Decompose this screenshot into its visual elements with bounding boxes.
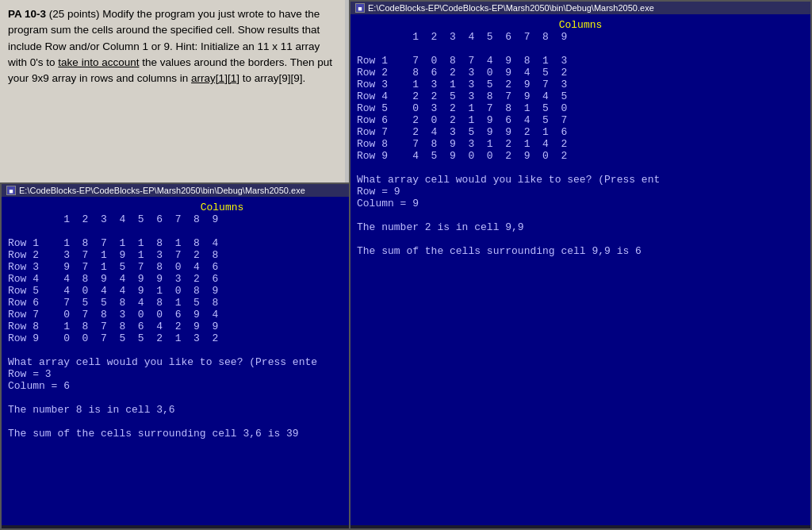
problem-description: PA 10-3 (25 points) Modify the program y…: [8, 6, 337, 86]
console-right-window: ■ E:\CodeBlocks-EP\CodeBlocks-EP\Marsh20…: [349, 0, 812, 530]
console-right-title: E:\CodeBlocks-EP\CodeBlocks-EP\Marsh2050…: [368, 3, 654, 13]
problem-body3: to array[9][9].: [239, 72, 305, 84]
console-left-icon: ■: [6, 186, 16, 195]
console-right-icon: ■: [355, 3, 365, 13]
problem-points: (25 points): [49, 8, 100, 20]
problem-title: PA 10-3: [8, 8, 46, 20]
console-right-titlebar: ■ E:\CodeBlocks-EP\CodeBlocks-EP\Marsh20…: [350, 2, 810, 14]
problem-underline1: take into account: [58, 56, 139, 68]
console-left-title: E:\CodeBlocks-EP\CodeBlocks-EP\Marsh2050…: [19, 186, 305, 195]
problem-underline2: array[1][1]: [191, 72, 239, 84]
console-right-body: Columns 1 2 3 4 5 6 7 8 9 Row 1 7 0 8 7 …: [350, 14, 810, 525]
